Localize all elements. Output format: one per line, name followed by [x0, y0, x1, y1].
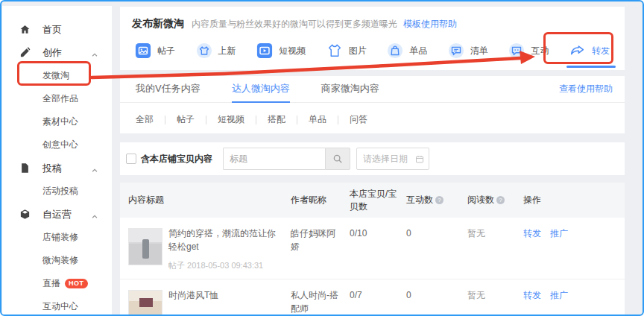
- chevron-up-icon[interactable]: [91, 164, 98, 171]
- sidebar-item-label: 创意中心: [42, 139, 78, 151]
- sidebar-item-home[interactable]: 首页: [2, 18, 112, 41]
- sidebar-item-self-operate[interactable]: 自运营: [2, 203, 112, 226]
- content-type-row: 帖子 上新 短视频 图片: [132, 42, 613, 63]
- list-icon: [448, 42, 464, 59]
- single-item-icon: [387, 42, 403, 59]
- page-title: 发布新微淘: [132, 17, 184, 31]
- filter-row: 全部 帖子 短视频 搭配 单品 问答: [120, 113, 625, 126]
- sidebar-item-submit[interactable]: 投稿: [2, 157, 112, 180]
- date-input[interactable]: [363, 154, 415, 164]
- content-title[interactable]: 简约的穿搭，潮流的范让你轻松get: [168, 227, 283, 253]
- col-header-items: 本店宝贝/宝贝数: [350, 188, 406, 213]
- filter-all[interactable]: 全部: [136, 113, 154, 126]
- col-header-reads: 阅读数?: [467, 194, 523, 206]
- template-help-link[interactable]: 模板使用帮助: [403, 18, 457, 31]
- checkbox-label: 含本店铺宝贝内容: [141, 153, 212, 165]
- short-video-icon: [256, 42, 273, 59]
- sidebar-item-label: 素材中心: [42, 116, 78, 128]
- sidebar-item-label: 自运营: [42, 208, 72, 221]
- tab-my-v-task[interactable]: 我的V任务内容: [136, 76, 201, 103]
- page-subtitle: 内容质量与粉丝效果好的微淘可以得到更多频道曝光: [192, 18, 397, 31]
- filter-post[interactable]: 帖子: [177, 113, 195, 126]
- search-filter-section: 含本店铺宝贝内容: [120, 142, 625, 175]
- document-icon: [19, 162, 31, 174]
- sidebar-item-post-weitao[interactable]: 发微淘: [2, 64, 112, 87]
- usage-help-link[interactable]: 查看使用帮助: [559, 83, 613, 95]
- sidebar-item-live[interactable]: 直播 HOT: [2, 272, 112, 295]
- info-icon[interactable]: ?: [435, 196, 443, 204]
- home-icon: [19, 24, 31, 36]
- divider: [165, 116, 165, 124]
- picture-icon: [326, 42, 343, 59]
- sidebar-item-material-center[interactable]: 素材中心: [2, 110, 112, 133]
- sidebar-item-label: 创作: [42, 46, 62, 60]
- sidebar-item-idea-center[interactable]: 创意中心: [2, 133, 112, 157]
- interaction-count: 0: [406, 227, 467, 271]
- content-meta: 帖子 2018-05-03 09:43:31: [168, 260, 283, 271]
- content-type-picture[interactable]: 图片: [326, 42, 367, 63]
- calendar-icon: [415, 154, 424, 164]
- content-type-forward[interactable]: 转发: [569, 42, 610, 63]
- forward-icon: [569, 42, 586, 59]
- filter-single-item[interactable]: 单品: [309, 113, 326, 126]
- sidebar-item-label: 全部作品: [42, 92, 78, 105]
- promote-action-link[interactable]: 推广: [550, 290, 568, 300]
- content-thumbnail[interactable]: [128, 290, 162, 316]
- sidebar-item-activity-submit[interactable]: 活动投稿: [2, 180, 112, 203]
- interact-icon: [508, 42, 525, 59]
- sidebar-item-weitao-decorate[interactable]: 微淘装修: [2, 249, 112, 272]
- date-picker[interactable]: [356, 148, 429, 170]
- author-name: 私人时尚-搭配师: [291, 288, 350, 316]
- divider: [297, 116, 297, 124]
- filter-outfit[interactable]: 搭配: [268, 113, 285, 126]
- sidebar-item-label: 直播: [42, 277, 60, 290]
- hot-badge: HOT: [65, 279, 88, 288]
- sidebar-item-label: 互动中心: [42, 300, 78, 313]
- app-window: 首页 创作 发微淘 全部作品 素材中心 创意中心 投稿: [0, 0, 644, 316]
- sidebar-item-label: 发微淘: [42, 69, 69, 82]
- col-header-interactions: 互动数?: [406, 194, 467, 206]
- search-icon: [332, 154, 343, 164]
- filter-qa[interactable]: 问答: [350, 113, 367, 126]
- chevron-up-icon[interactable]: [91, 48, 98, 56]
- sidebar: 首页 创作 发微淘 全部作品 素材中心 创意中心 投稿: [2, 6, 112, 315]
- author-name: 皓仔妈咪阿娇: [291, 227, 350, 271]
- sidebar-item-create[interactable]: 创作: [2, 41, 112, 64]
- table-row: 简约的穿搭，潮流的范让你轻松get 帖子 2018-05-03 09:43:31…: [120, 218, 625, 279]
- content-type-interact[interactable]: 互动: [508, 42, 549, 63]
- content-type-short-video[interactable]: 短视频: [256, 42, 306, 63]
- search-button[interactable]: [325, 148, 350, 170]
- chevron-up-icon[interactable]: [91, 210, 98, 218]
- content-title[interactable]: 时尚港风T恤: [168, 288, 263, 302]
- content-type-post[interactable]: 帖子: [135, 42, 175, 63]
- filter-short-video[interactable]: 短视频: [218, 113, 244, 126]
- sidebar-item-label: 店铺装修: [42, 231, 78, 244]
- active-tab-underline: [566, 66, 616, 68]
- include-shop-items-checkbox[interactable]: [126, 154, 136, 164]
- title-search-input[interactable]: [223, 148, 325, 170]
- content-type-list[interactable]: 清单: [448, 42, 488, 63]
- divider: [338, 116, 338, 124]
- info-icon[interactable]: ?: [496, 196, 505, 204]
- sidebar-item-interact-center[interactable]: 互动中心: [2, 295, 112, 316]
- forward-action-link[interactable]: 转发: [523, 290, 541, 300]
- publish-header-section: 发布新微淘 内容质量与粉丝效果好的微淘可以得到更多频道曝光 模板使用帮助 帖子 …: [120, 7, 625, 70]
- content-tabs-section: 我的V任务内容 达人微淘内容 商家微淘内容 查看使用帮助 全部 帖子 短视频 搭…: [120, 76, 625, 133]
- tab-daren-weitao[interactable]: 达人微淘内容: [232, 76, 290, 103]
- content-thumbnail[interactable]: [128, 228, 162, 265]
- item-count: 0/10: [350, 227, 406, 271]
- content-type-new-arrival[interactable]: 上新: [196, 42, 236, 63]
- read-count: 暂无: [467, 288, 523, 316]
- sidebar-item-shop-decorate[interactable]: 店铺装修: [2, 226, 112, 249]
- sidebar-item-all-works[interactable]: 全部作品: [2, 87, 112, 110]
- promote-action-link[interactable]: 推广: [550, 228, 568, 238]
- col-header-author: 作者昵称: [291, 194, 350, 206]
- read-count: 暂无: [467, 227, 523, 271]
- divider: [256, 116, 256, 124]
- table-header-row: 内容标题 作者昵称 本店宝贝/宝贝数 互动数? 阅读数? 操作: [120, 183, 625, 218]
- forward-action-link[interactable]: 转发: [523, 228, 541, 238]
- interaction-count: 0: [406, 288, 467, 316]
- tab-merchant-weitao[interactable]: 商家微淘内容: [321, 76, 379, 103]
- new-arrival-icon: [196, 42, 212, 59]
- content-type-single-item[interactable]: 单品: [387, 42, 427, 63]
